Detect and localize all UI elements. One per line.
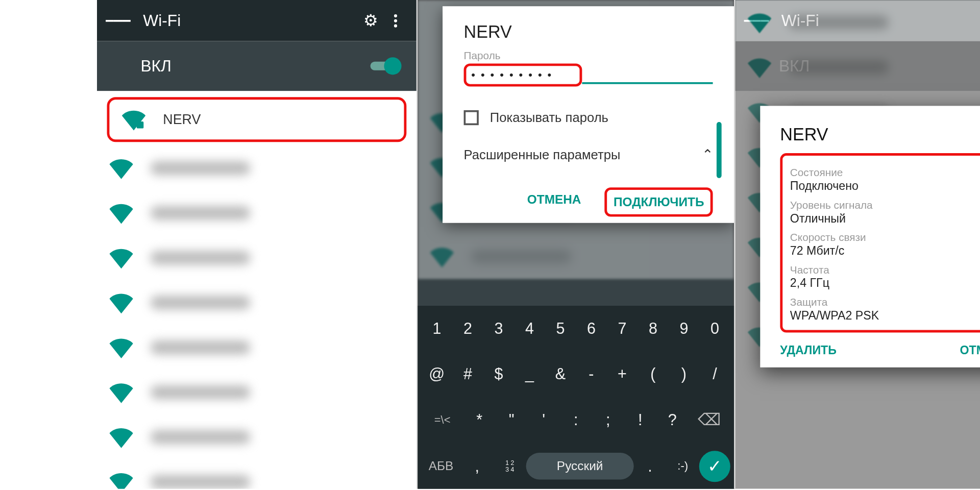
wifi-item-label: NERV: [163, 111, 201, 128]
on-screen-keyboard: 1 2 3 4 5 6 7 8 9 0 @ # $ _ & - + ( ) / …: [418, 306, 734, 489]
wifi-toggle[interactable]: [371, 58, 399, 74]
password-highlight: • • • • • • • • •: [464, 63, 582, 86]
connect-button[interactable]: ПОДКЛЮЧИТЬ: [605, 187, 713, 216]
panel-wifi-list: Wi-Fi ВКЛ NERV: [97, 0, 418, 489]
wifi-item-blurred[interactable]: [97, 190, 416, 235]
key-slash[interactable]: /: [699, 357, 730, 390]
wifi-signal-icon: [109, 380, 133, 404]
detail-value: 2,4 ГГц: [790, 277, 980, 290]
menu-icon[interactable]: [106, 8, 131, 33]
toggle-label: ВКЛ: [140, 56, 171, 76]
key-dot[interactable]: .: [633, 450, 666, 483]
password-field-mask: • • • • • • • • •: [471, 68, 552, 81]
key-done-icon[interactable]: ✓: [699, 451, 730, 482]
key-squote[interactable]: ': [528, 404, 560, 437]
key-emoticon[interactable]: :-): [667, 452, 699, 480]
advanced-options-row[interactable]: Расширенные параметры: [464, 136, 713, 174]
detail-value: WPA/WPA2 PSK: [790, 309, 980, 323]
dialog-actions: УДАЛИТЬ ОТМЕНА: [780, 344, 980, 357]
settings-icon[interactable]: [358, 8, 383, 33]
detail-value: 72 Мбит/с: [790, 244, 980, 258]
wifi-signal-icon: [109, 291, 133, 314]
wifi-signal-icon: [109, 425, 133, 449]
wifi-item-blurred[interactable]: [97, 325, 416, 370]
key-fraction[interactable]: 1 2 3 4: [494, 452, 526, 480]
key-1[interactable]: 1: [422, 312, 453, 345]
detail-value: Подключено: [790, 179, 980, 193]
wifi-item-blurred[interactable]: [97, 145, 416, 190]
key-dollar[interactable]: $: [483, 357, 514, 390]
key-3[interactable]: 3: [483, 312, 514, 345]
detail-label: Уровень сигнала: [790, 199, 980, 211]
key-backspace-icon[interactable]: [689, 403, 730, 437]
wifi-item-blurred[interactable]: [97, 459, 416, 488]
key-0[interactable]: 0: [699, 312, 730, 345]
network-details-dialog: NERV Состояние Подключено Уровень сигнал…: [760, 106, 980, 367]
wifi-toggle-bar: ВКЛ: [97, 41, 416, 91]
keyboard-row-2: @ # $ _ & - + ( ) /: [418, 351, 734, 397]
key-symshift[interactable]: =\<: [422, 406, 463, 434]
wifi-signal-icon: [122, 108, 145, 131]
key-bang[interactable]: !: [624, 404, 656, 437]
wifi-item-blurred[interactable]: [97, 370, 416, 415]
key-plus[interactable]: +: [607, 357, 638, 390]
show-password-label: Показывать пароль: [490, 110, 608, 125]
detail-label: Состояние: [790, 167, 980, 179]
keyboard-row-4: АБВ , 1 2 3 4 Русский . :-) ✓: [418, 444, 734, 489]
wifi-signal-icon: [109, 336, 133, 359]
more-icon[interactable]: [383, 8, 408, 33]
key-lparen[interactable]: (: [638, 357, 669, 390]
cancel-button[interactable]: ОТМЕНА: [960, 344, 980, 357]
keyboard-row-3: =\< * " ' : ; ! ?: [418, 397, 734, 444]
key-2[interactable]: 2: [452, 312, 483, 345]
key-underscore[interactable]: _: [514, 357, 545, 390]
key-semicolon[interactable]: ;: [592, 404, 624, 437]
key-comma[interactable]: ,: [461, 450, 494, 483]
key-7[interactable]: 7: [607, 312, 638, 345]
wifi-signal-icon: [109, 201, 133, 225]
dialog-actions: ОТМЕНА ПОДКЛЮЧИТЬ: [464, 187, 713, 216]
wifi-item-blurred[interactable]: [97, 415, 416, 460]
app-bar: Wi-Fi: [97, 0, 416, 41]
detail-label: Защита: [790, 297, 980, 309]
wifi-item-nerv[interactable]: NERV: [107, 97, 407, 142]
key-5[interactable]: 5: [545, 312, 576, 345]
cancel-button[interactable]: ОТМЕНА: [521, 187, 587, 216]
key-at[interactable]: @: [422, 357, 453, 390]
wifi-signal-icon: [109, 470, 133, 489]
keyboard-row-1: 1 2 3 4 5 6 7 8 9 0: [418, 306, 734, 351]
key-star[interactable]: *: [463, 404, 496, 437]
advanced-label: Расширенные параметры: [464, 148, 621, 162]
key-6[interactable]: 6: [576, 312, 607, 345]
key-4[interactable]: 4: [514, 312, 545, 345]
password-label: Пароль: [464, 50, 713, 62]
key-rparen[interactable]: ): [669, 357, 700, 390]
show-password-row[interactable]: Показывать пароль: [464, 110, 713, 125]
wifi-network-list: NERV: [97, 97, 416, 488]
key-abc[interactable]: АБВ: [422, 452, 461, 481]
key-hash[interactable]: #: [452, 357, 483, 390]
panel-connect-dialog: NERV Пароль • • • • • • • • • Показывать…: [418, 0, 735, 489]
dialog-scrollbar[interactable]: [717, 122, 722, 178]
key-9[interactable]: 9: [669, 312, 700, 345]
wifi-item-blurred[interactable]: [97, 235, 416, 280]
key-dquote[interactable]: ": [496, 404, 528, 437]
forget-button[interactable]: УДАЛИТЬ: [780, 344, 837, 357]
checkbox-icon[interactable]: [464, 110, 479, 125]
key-colon[interactable]: :: [560, 404, 592, 437]
details-block: Состояние Подключено Уровень сигнала Отл…: [780, 153, 980, 332]
page-title: Wi-Fi: [143, 11, 358, 30]
chevron-up-icon: [702, 148, 713, 162]
connect-dialog: NERV Пароль • • • • • • • • • Показывать…: [443, 6, 734, 223]
dialog-ssid: NERV: [464, 22, 713, 42]
wifi-signal-icon: [109, 246, 133, 270]
dialog-ssid: NERV: [780, 125, 980, 144]
key-minus[interactable]: -: [576, 357, 607, 390]
panel-network-details: Wi-Fi ВКЛ NERV Состояние Подключено Уров…: [736, 0, 981, 489]
key-question[interactable]: ?: [656, 404, 689, 437]
detail-value: Отличный: [790, 212, 980, 226]
key-8[interactable]: 8: [638, 312, 669, 345]
wifi-item-blurred[interactable]: [97, 280, 416, 325]
key-amp[interactable]: &: [545, 357, 576, 390]
key-language[interactable]: Русский: [526, 453, 634, 479]
